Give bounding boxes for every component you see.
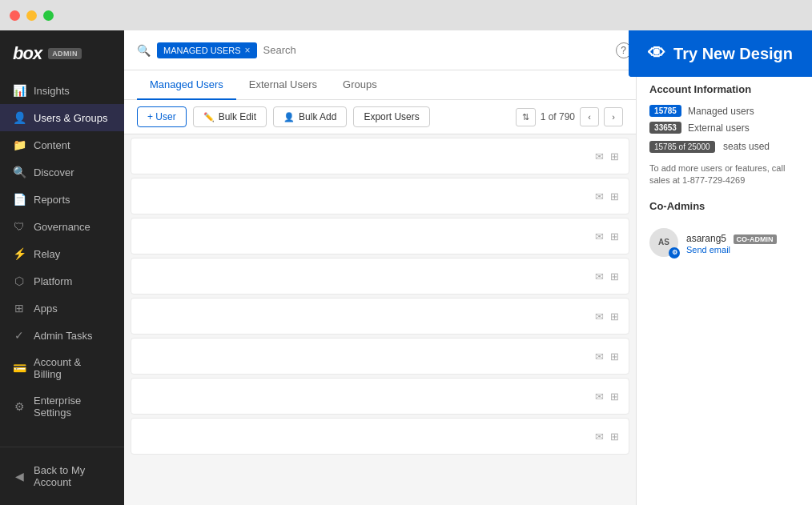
bulk-edit-label: Bulk Edit [219,111,256,122]
table-row: ✉ ⊞ [131,298,629,335]
sidebar-bottom: ◀ Back to My Account [0,447,124,505]
row-message-icon[interactable]: ✉ [595,150,604,162]
row-options-icon[interactable]: ⊞ [610,230,619,242]
row-options-icon[interactable]: ⊞ [610,190,619,202]
row-message-icon[interactable]: ✉ [595,190,604,202]
insights-icon: 📊 [13,84,26,97]
row-actions: ✉ ⊞ [595,311,619,323]
row-actions: ✉ ⊞ [595,271,619,283]
app-layout: box ADMIN 📊 Insights 👤 Users & Groups 📁 … [0,30,812,505]
try-new-design-overlay-button[interactable]: 👁 Try New Design [629,30,812,77]
sidebar-logo: box ADMIN [0,30,124,74]
apps-icon: ⊞ [13,302,26,315]
row-options-icon[interactable]: ⊞ [610,391,619,403]
row-options-icon[interactable]: ⊞ [610,431,619,443]
co-admins-title: Co-Admins [649,200,799,212]
sidebar-item-insights[interactable]: 📊 Insights [0,77,124,104]
managed-users-stat: 15785 Managed users [649,105,799,117]
seats-used-label: seats used [723,141,770,152]
prev-page-button[interactable]: ‹ [580,107,599,126]
row-message-icon[interactable]: ✉ [595,230,604,242]
sidebar-item-apps[interactable]: ⊞ Apps [0,295,124,322]
sidebar-label-account-billing: Account & Billing [34,356,111,380]
sidebar-label-discover: Discover [34,166,74,178]
add-user-button[interactable]: + User [137,106,187,127]
avatar-initials: AS [658,238,669,246]
bulk-add-button[interactable]: 👤 Bulk Add [273,106,347,127]
sidebar-item-governance[interactable]: 🛡 Governance [0,213,124,240]
send-email-link[interactable]: Send email [686,245,799,255]
eye-icon-large: 👁 [648,43,665,64]
minimize-button[interactable] [26,10,37,21]
platform-icon: ⬡ [13,275,26,287]
sidebar-item-discover[interactable]: 🔍 Discover [0,158,124,186]
managed-users-filter-tag: MANAGED USERS × [157,42,257,58]
titlebar [0,0,812,30]
sort-button[interactable]: ⇅ [516,108,536,126]
row-options-icon[interactable]: ⊞ [610,351,619,363]
table-row: ✉ ⊞ [131,178,629,214]
sidebar-label-admin-tasks: Admin Tasks [34,330,92,342]
sidebar-label-insights: Insights [34,85,70,97]
row-options-icon[interactable]: ⊞ [610,311,619,323]
sidebar-item-reports[interactable]: 📄 Reports [0,186,124,213]
row-message-icon[interactable]: ✉ [595,351,604,363]
table-row: ✉ ⊞ [131,138,629,174]
search-icon[interactable]: 🔍 [137,44,151,57]
row-message-icon[interactable]: ✉ [595,431,604,443]
maximize-button[interactable] [43,10,54,21]
tab-external-users[interactable]: External Users [236,70,330,100]
sidebar-item-account-billing[interactable]: 💳 Account & Billing [0,349,124,387]
bulk-edit-button[interactable]: ✏️ Bulk Edit [193,106,267,127]
next-page-button[interactable]: › [604,107,623,126]
sidebar: box ADMIN 📊 Insights 👤 Users & Groups 📁 … [0,30,124,505]
discover-icon: 🔍 [13,166,26,178]
sidebar-nav: 📊 Insights 👤 Users & Groups 📁 Content 🔍 … [0,74,124,447]
sidebar-item-back-to-account[interactable]: ◀ Back to My Account [0,457,124,495]
row-actions: ✉ ⊞ [595,391,619,403]
admin-tasks-icon: ✓ [13,329,26,342]
row-message-icon[interactable]: ✉ [595,271,604,283]
main-content: 🔍 MANAGED USERS × ? 🔔 ≡ 👁 [124,30,812,505]
search-input[interactable] [263,44,424,56]
search-area: 🔍 MANAGED USERS × [137,42,616,58]
close-button[interactable] [10,10,20,21]
add-more-text: To add more users or features, call sale… [649,162,799,187]
row-message-icon[interactable]: ✉ [595,391,604,403]
row-actions: ✉ ⊞ [595,150,619,162]
table-row: ✉ ⊞ [131,218,629,255]
sidebar-label-platform: Platform [34,275,72,287]
sidebar-item-platform[interactable]: ⬡ Platform [0,267,124,295]
sidebar-item-relay[interactable]: ⚡ Relay [0,240,124,267]
row-message-icon[interactable]: ✉ [595,311,604,323]
sidebar-label-relay: Relay [34,248,60,260]
sidebar-item-users-groups[interactable]: 👤 Users & Groups [0,104,124,131]
sidebar-item-content[interactable]: 📁 Content [0,131,124,158]
row-options-icon[interactable]: ⊞ [610,271,619,283]
sidebar-item-admin-tasks[interactable]: ✓ Admin Tasks [0,322,124,349]
reports-icon: 📄 [13,193,26,206]
tab-managed-users[interactable]: Managed Users [137,70,236,100]
table-row: ✉ ⊞ [131,378,629,415]
sidebar-item-enterprise-settings[interactable]: ⚙ Enterprise Settings [0,387,124,426]
sidebar-label-users-groups: Users & Groups [34,112,107,124]
relay-icon: ⚡ [13,247,26,260]
sidebar-label-content: Content [34,139,70,151]
external-users-stat-label: External users [688,122,750,134]
export-users-button[interactable]: Export Users [353,106,429,127]
row-actions: ✉ ⊞ [595,431,619,443]
row-options-icon[interactable]: ⊞ [610,150,619,162]
filter-tag-close-icon[interactable]: × [245,45,251,56]
pagination-text: 1 of 790 [541,111,575,122]
bulk-add-icon: 👤 [283,112,295,122]
back-label: Back to My Account [34,464,111,488]
filter-tag-label: MANAGED USERS [163,46,241,55]
admin-badge: ADMIN [48,48,82,59]
try-new-design-overlay-label: Try New Design [673,45,793,63]
table-row: ✉ ⊞ [131,418,629,455]
tab-groups[interactable]: Groups [330,70,390,100]
governance-icon: 🛡 [13,220,26,233]
content-area: Managed Users External Users Groups + Us… [124,70,812,505]
bulk-edit-icon: ✏️ [203,112,215,122]
back-icon: ◀ [13,470,26,483]
